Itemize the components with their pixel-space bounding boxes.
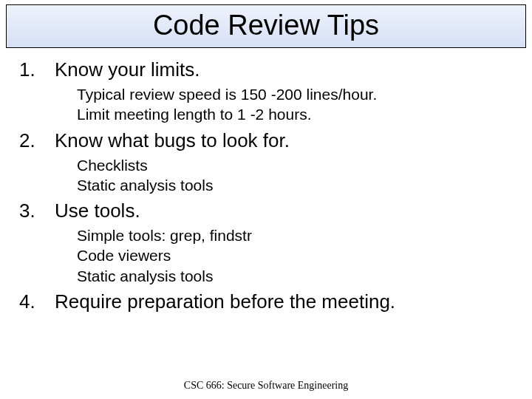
item-heading-row: 3. Use tools. bbox=[19, 200, 517, 222]
item-subline: Simple tools: grep, findstr bbox=[77, 225, 517, 245]
slide-footer: CSC 666: Secure Software Engineering bbox=[0, 380, 532, 392]
item-heading: Require preparation before the meeting. bbox=[55, 290, 395, 313]
item-subline: Limit meeting length to 1 -2 hours. bbox=[77, 104, 517, 124]
item-heading-row: 1. Know your limits. bbox=[19, 58, 517, 81]
item-heading: Know your limits. bbox=[55, 58, 200, 81]
item-heading: Know what bugs to look for. bbox=[55, 129, 290, 152]
slide-title: Code Review Tips bbox=[7, 10, 525, 41]
item-number: 3. bbox=[19, 200, 55, 222]
list-item: 3. Use tools. Simple tools: grep, findst… bbox=[19, 200, 517, 286]
item-heading: Use tools. bbox=[55, 200, 140, 222]
item-subline: Static analysis tools bbox=[77, 266, 517, 286]
item-subline: Static analysis tools bbox=[77, 175, 517, 195]
list-item: 2. Know what bugs to look for. Checklist… bbox=[19, 129, 517, 196]
slide-title-box: Code Review Tips bbox=[6, 4, 526, 48]
item-subline: Checklists bbox=[77, 155, 517, 175]
item-number: 1. bbox=[19, 58, 55, 81]
list-item: 4. Require preparation before the meetin… bbox=[19, 290, 517, 313]
item-number: 2. bbox=[19, 129, 55, 152]
item-heading-row: 2. Know what bugs to look for. bbox=[19, 129, 517, 152]
list-item: 1. Know your limits. Typical review spee… bbox=[19, 58, 517, 125]
item-number: 4. bbox=[19, 290, 55, 313]
item-heading-row: 4. Require preparation before the meetin… bbox=[19, 290, 517, 313]
slide-content: 1. Know your limits. Typical review spee… bbox=[0, 48, 532, 313]
item-subline: Typical review speed is 150 -200 lines/h… bbox=[77, 84, 517, 104]
item-subline: Code viewers bbox=[77, 245, 517, 265]
